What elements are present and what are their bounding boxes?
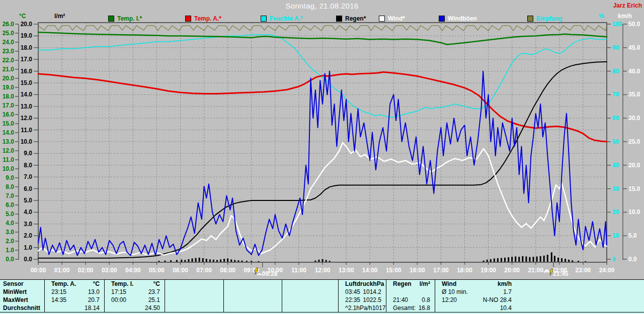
hour-tick-label: 01:00: [54, 267, 70, 274]
table-cell-empty-4-minwert: [282, 288, 338, 296]
lm2-tick-label: 9.0: [24, 150, 32, 157]
rain-rate-bar: [561, 258, 562, 262]
table-cell-temp-a--durchschnitt: 18.14: [45, 304, 104, 312]
celsius-tick-label: 14.0: [3, 129, 15, 136]
table-column-labels: SensorMinWertMaxWertDurchschnitt: [0, 280, 44, 312]
table-cell-luftdruck-durchschnitt: ^2.1hPa/h1017.2: [339, 304, 386, 312]
rain-rate-bar: [258, 261, 259, 262]
celsius-tick-label: 6.0: [6, 201, 14, 208]
lm2-tick-label: 12.0: [21, 115, 33, 122]
hour-tick-label: 13:00: [339, 267, 354, 274]
table-cell-regen-maxwert-value: 0.8: [422, 296, 430, 304]
table-column-temp-i-: Temp. I.°C17:1523.700:0025.124.50: [104, 280, 165, 312]
lm2-tick-label: 19.0: [21, 32, 33, 39]
rain-rate-bar: [529, 257, 530, 262]
rain-rate-bar: [578, 261, 579, 262]
celsius-tick-label: 13.0: [3, 138, 15, 145]
table-header-regen-value: l/m²: [420, 280, 430, 288]
celsius-tick-label: 26.0: [3, 21, 15, 28]
table-cell-empty-4-durchschnitt: [282, 304, 338, 312]
percent-tick-label: 100: [612, 21, 622, 28]
hour-tick-label: 15:00: [386, 267, 401, 274]
series-temp-i--line: [38, 32, 607, 44]
table-column-wind: Windkm/hØ 10 min.1.712:20N-NO 28.410.4: [435, 280, 516, 312]
table-column-temp-a-: Temp. A.°C23:1513.014:3520.718.14: [44, 280, 104, 312]
table-cell-wind-minwert-time: Ø 10 min.: [438, 288, 468, 296]
percent-tick-label: 90: [612, 44, 619, 51]
lm2-tick-label: 15.0: [21, 79, 33, 86]
celsius-tick-label: 4.0: [6, 220, 14, 227]
celsius-tick-label: 21.0: [3, 66, 15, 73]
celsius-tick-label: 1.0: [6, 247, 14, 254]
celsius-tick-label: 8.0: [6, 183, 14, 190]
cloud-icon: [543, 269, 550, 273]
table-header-luftdruck: LuftdruckhPa: [339, 280, 386, 288]
kmh-tick-label: 25.0: [628, 138, 640, 145]
celsius-tick-label: 19.0: [3, 84, 15, 91]
percent-tick-label: 20: [612, 208, 619, 216]
table-cell-temp-a--minwert-time: 23:15: [48, 288, 66, 296]
celsius-tick-label: 3.0: [6, 229, 14, 236]
table-column-regen: Regenl/m²21:400.8Gesamt:16.8: [386, 280, 435, 312]
table-cell-empty-2-minwert: [165, 288, 223, 296]
rain-rate-bar: [164, 261, 166, 262]
rain-rate-bar: [525, 256, 527, 262]
celsius-tick-label: 2.0: [6, 238, 14, 245]
table-row-label-maxwert: MaxWert: [0, 296, 44, 304]
rain-rate-bar: [533, 257, 534, 262]
table-header-temp-i--value: °C: [153, 280, 160, 288]
table-cell-empty-2-minwert-time: [168, 288, 172, 296]
table-header-luftdruck-time: Luftdruck: [342, 280, 373, 288]
rain-rate-bar: [540, 256, 541, 262]
celsius-tick-label: 0.0: [6, 256, 14, 263]
hour-tick-label: 06:00: [173, 267, 188, 274]
table-cell-empty-2-durchschnitt: [165, 304, 223, 312]
table-column-empty-3: [223, 280, 282, 312]
table-cell-wind-minwert: Ø 10 min.1.7: [435, 288, 516, 296]
weather-app-screen: Sonntag, 21.08.2016 Jarz Erich °C l/m² %…: [0, 0, 644, 314]
lm2-tick-label: 1.0: [24, 244, 32, 251]
table-cell-empty-4-durchschnitt-time: [285, 304, 289, 312]
table-header-wind-time: Wind: [438, 280, 456, 288]
table-cell-empty-2-maxwert: [165, 296, 223, 304]
table-header-empty-2-time: [168, 280, 172, 288]
plot-frame: [38, 23, 607, 262]
rain-rate-bar: [251, 261, 252, 262]
percent-tick-label: 60: [612, 115, 619, 122]
rain-rate-bar: [184, 260, 186, 262]
rain-rate-bar: [326, 260, 327, 262]
rain-rate-bar: [572, 260, 573, 262]
weather-chart: 0.01.02.03.04.05.06.07.08.09.010.011.012…: [0, 0, 644, 279]
rain-rate-bar: [234, 260, 235, 262]
table-header-wind-value: km/h: [498, 280, 512, 288]
table-column-empty-2: [165, 280, 223, 312]
lm2-tick-label: 4.0: [24, 208, 32, 216]
celsius-tick-label: 18.0: [3, 93, 15, 100]
celsius-tick-label: 11.0: [3, 156, 14, 163]
lm2-tick-label: 5.0: [24, 197, 32, 204]
kmh-tick-label: 45.0: [628, 44, 640, 51]
percent-tick-label: 0: [612, 256, 616, 263]
table-row-label-sensor: Sensor: [0, 280, 44, 288]
table-cell-regen-durchschnitt-value: 16.8: [419, 304, 430, 312]
table-header-temp-a--value: °C: [93, 280, 100, 288]
rain-rate-bar: [158, 261, 160, 262]
table-cell-regen-minwert: [386, 288, 435, 296]
table-cell-temp-a--maxwert-value: 20.7: [88, 296, 100, 304]
rain-rate-bar: [213, 260, 214, 262]
rain-rate-bar: [188, 259, 189, 262]
celsius-tick-label: 15.0: [3, 120, 15, 127]
rain-rate-bar: [209, 259, 211, 262]
lm2-tick-label: 17.0: [21, 56, 33, 63]
table-cell-wind-maxwert: 12:20N-NO 28.4: [435, 296, 516, 304]
kmh-tick-label: 15.0: [628, 185, 640, 192]
celsius-tick-label: 10.0: [3, 165, 15, 172]
lm2-tick-label: 10.0: [21, 138, 33, 145]
celsius-tick-label: 12.0: [3, 147, 15, 154]
hour-tick-label: 16:00: [410, 267, 425, 274]
rain-rate-bar: [223, 259, 225, 262]
table-cell-luftdruck-durchschnitt-time: ^2.1hPa/h: [342, 304, 372, 312]
table-cell-regen-maxwert: 21:400.8: [386, 296, 435, 304]
table-header-empty-4-time: [285, 280, 289, 288]
kmh-tick-label: 20.0: [628, 162, 640, 169]
